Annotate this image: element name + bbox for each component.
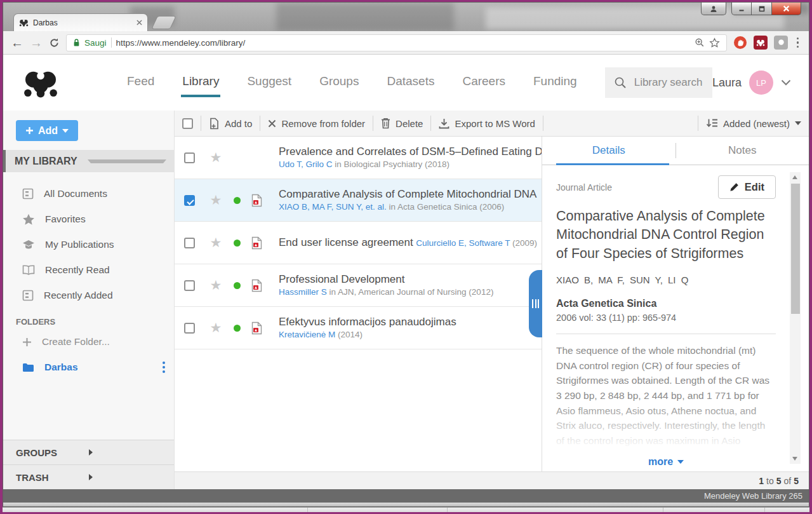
star-icon: [22, 213, 35, 226]
divider: [556, 334, 776, 334]
details-scrollbar[interactable]: [790, 172, 801, 464]
favorite-star-icon[interactable]: ★: [204, 320, 228, 335]
details-journal: Acta Genetica Sinica: [556, 298, 776, 309]
my-library-header[interactable]: MY LIBRARY: [3, 150, 174, 172]
nav-careers[interactable]: Careers: [461, 68, 507, 97]
nav-library[interactable]: Library: [181, 68, 220, 97]
favorite-star-icon[interactable]: ★: [204, 150, 228, 165]
mendeley-logo[interactable]: [22, 67, 59, 98]
edit-button[interactable]: Edit: [718, 175, 776, 199]
remove-from-folder-button[interactable]: Remove from folder: [268, 118, 365, 129]
sidebar-item-my-publications[interactable]: My Publications: [3, 232, 174, 257]
document-row[interactable]: ★ Professional Development Hassmiller S …: [175, 264, 542, 307]
bookmark-star-icon[interactable]: [709, 37, 720, 48]
document-row[interactable]: ★ Prevalence and Correlates of DSM-5–Def…: [175, 137, 542, 179]
secure-lock-icon[interactable]: [73, 38, 80, 47]
panel-drag-handle[interactable]: [529, 270, 542, 337]
x-icon: [268, 119, 276, 128]
tab-notes[interactable]: Notes: [676, 137, 809, 165]
browser-titlebar: Darbas: [3, 3, 809, 31]
row-checkbox[interactable]: [184, 195, 195, 206]
sort-dropdown[interactable]: Added (newest): [706, 118, 801, 129]
document-authors[interactable]: Udo T, Grilo C: [279, 159, 333, 169]
folder-menu-icon[interactable]: [163, 362, 165, 373]
nav-groups[interactable]: Groups: [318, 68, 360, 97]
avatar[interactable]: LP: [749, 71, 773, 95]
sidebar-item-favorites[interactable]: Favorites: [3, 206, 174, 232]
row-checkbox[interactable]: [184, 238, 195, 248]
pdf-icon[interactable]: [246, 194, 267, 207]
sidebar-folder-darbas[interactable]: Darbas: [3, 355, 174, 380]
sidebar-item-recently-added[interactable]: Recently Added: [3, 283, 174, 308]
url-text[interactable]: https://www.mendeley.com/library/: [116, 38, 690, 48]
library-search-input[interactable]: Library search: [605, 67, 712, 98]
tab-close-icon[interactable]: [136, 20, 142, 25]
scroll-down-icon[interactable]: [792, 457, 797, 461]
pdf-icon[interactable]: [246, 279, 267, 292]
content-split: ★ Prevalence and Correlates of DSM-5–Def…: [175, 137, 809, 471]
document-row[interactable]: ★ Efektyvus informacijos panaudojimas Kr…: [175, 307, 542, 349]
favorite-star-icon[interactable]: ★: [204, 193, 228, 208]
chevron-right-icon: [89, 474, 166, 480]
app-version-label: Mendeley Web Library 265: [704, 491, 802, 501]
row-checkbox[interactable]: [184, 280, 195, 291]
delete-button[interactable]: Delete: [381, 118, 423, 129]
sidebar-item-all-documents[interactable]: All Documents: [3, 181, 174, 206]
unread-dot: [234, 325, 241, 332]
nav-funding[interactable]: Funding: [532, 68, 578, 97]
adblock-extension-icon[interactable]: [733, 36, 747, 50]
browser-tab[interactable]: Darbas: [13, 13, 148, 31]
pdf-icon[interactable]: [246, 321, 267, 335]
mendeley-extension-icon[interactable]: [754, 36, 768, 50]
trash-section-header[interactable]: TRASH: [3, 464, 174, 489]
document-authors[interactable]: XIAO B, MA F, SUN Y, et. al.: [279, 202, 387, 212]
nav-datasets[interactable]: Datasets: [385, 68, 436, 97]
add-button[interactable]: Add: [16, 120, 78, 141]
chevron-down-icon: [781, 79, 791, 86]
sidebar-item-recently-read[interactable]: Recently Read: [3, 257, 174, 283]
favorite-star-icon[interactable]: ★: [204, 278, 228, 293]
more-link[interactable]: more: [648, 456, 684, 468]
address-bar[interactable]: Saugi https://www.mendeley.com/library/: [66, 34, 727, 51]
forward-icon[interactable]: →: [30, 36, 43, 49]
abstract-container: The sequence of the whole mitochondrial …: [556, 343, 776, 455]
nav-feed[interactable]: Feed: [126, 68, 156, 97]
range-total: 5: [794, 476, 799, 486]
select-all-checkbox[interactable]: [182, 118, 193, 129]
sidebar-item-label: Favorites: [45, 213, 86, 225]
document-row[interactable]: ★ Comparative Analysis of Complete Mitoc…: [175, 179, 542, 222]
row-checkbox[interactable]: [184, 152, 195, 163]
details-title: Comparative Analysis of Complete Mitocho…: [556, 207, 776, 263]
groups-section-header[interactable]: GROUPS: [3, 440, 174, 464]
zoom-page-icon[interactable]: [695, 37, 705, 48]
document-authors[interactable]: Kretavičienė M: [279, 330, 335, 339]
profile-window-button[interactable]: [701, 3, 726, 15]
main-area: Add to Remove from folder Delete: [175, 111, 809, 489]
minimize-button[interactable]: [731, 3, 752, 15]
delete-label: Delete: [396, 118, 423, 129]
tab-details[interactable]: Details: [542, 137, 676, 165]
export-label: Export to MS Word: [455, 118, 535, 129]
scroll-up-icon[interactable]: [792, 175, 797, 179]
screenshot-root: Darbas: [0, 0, 812, 514]
reload-icon[interactable]: [49, 37, 60, 48]
favorite-star-icon[interactable]: ★: [204, 235, 228, 250]
extension-icon[interactable]: [774, 36, 788, 50]
document-authors[interactable]: Culurciello E, Software T: [416, 238, 510, 248]
chrome-menu-icon[interactable]: [794, 37, 802, 48]
mendeley-page: Feed Library Suggest Groups Datasets Car…: [3, 55, 809, 503]
maximize-button[interactable]: [752, 3, 772, 15]
nav-suggest[interactable]: Suggest: [246, 68, 293, 97]
add-to-button[interactable]: Add to: [209, 118, 252, 130]
create-folder-button[interactable]: Create Folder...: [3, 329, 174, 355]
pdf-icon[interactable]: [246, 236, 267, 250]
document-authors[interactable]: Hassmiller S: [279, 287, 327, 297]
back-icon[interactable]: ←: [11, 36, 23, 49]
row-checkbox[interactable]: [184, 323, 195, 334]
document-row[interactable]: ★ End user license agreement Culurciello…: [175, 222, 542, 264]
export-button[interactable]: Export to MS Word: [439, 118, 535, 129]
scrollbar-thumb[interactable]: [791, 184, 800, 314]
close-button[interactable]: [772, 3, 801, 15]
user-menu[interactable]: Laura LP: [712, 71, 791, 95]
document-list: ★ Prevalence and Correlates of DSM-5–Def…: [175, 137, 542, 471]
